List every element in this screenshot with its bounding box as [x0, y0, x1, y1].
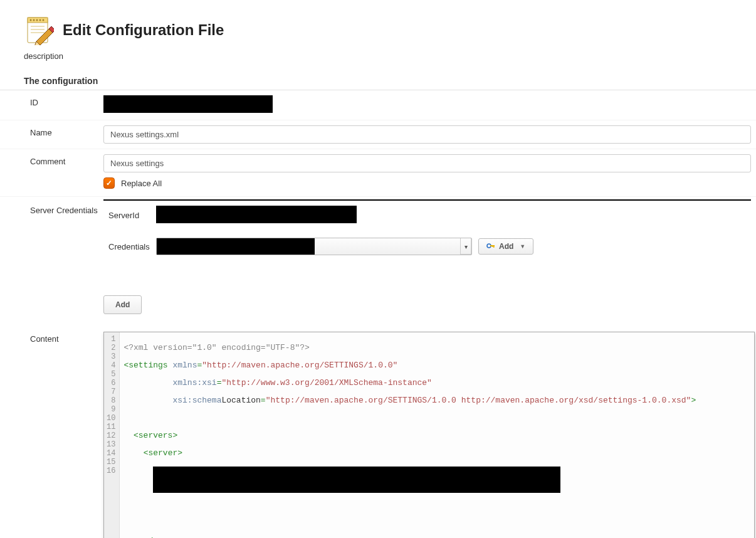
serverid-value-redacted[interactable]	[156, 206, 357, 223]
row-comment: Comment ✓ Replace All	[0, 149, 756, 197]
page-title: Edit Configuration File	[63, 21, 224, 39]
edit-file-icon	[24, 15, 54, 45]
comment-input[interactable]	[103, 154, 751, 172]
label-id: ID	[0, 93, 103, 107]
add-credential-label: Add	[499, 242, 513, 251]
replace-all-label: Replace All	[121, 179, 162, 188]
svg-rect-16	[492, 245, 493, 247]
add-credential-button[interactable]: Add ▼	[478, 238, 533, 255]
page-header: Edit Configuration File	[0, 0, 756, 51]
key-icon	[486, 242, 495, 251]
add-server-label: Add	[115, 300, 130, 309]
label-content: Content	[0, 329, 103, 344]
svg-point-2	[30, 19, 32, 21]
label-name: Name	[0, 123, 103, 137]
row-name: Name	[0, 120, 756, 149]
svg-point-6	[43, 19, 45, 21]
line-gutter: 12345678910111213141516	[104, 332, 120, 538]
svg-point-5	[39, 19, 41, 21]
label-serverid: ServerId	[103, 211, 156, 220]
chevron-down-icon: ▼	[520, 243, 525, 250]
name-input[interactable]	[103, 125, 751, 144]
row-server-credentials: Server Credentials ServerId Credentials	[0, 197, 756, 324]
label-comment: Comment	[0, 152, 103, 166]
add-server-button[interactable]: Add	[103, 295, 142, 314]
svg-point-3	[33, 19, 35, 21]
replace-all-checkbox[interactable]: ✓	[103, 177, 115, 189]
credentials-select[interactable]: ▾	[156, 238, 472, 255]
description-label: description	[0, 51, 756, 72]
id-value-redacted	[103, 95, 273, 113]
label-server-credentials: Server Credentials	[0, 199, 103, 215]
row-id: ID	[0, 90, 756, 120]
row-content: Content 12345678910111213141516 <?xml ve…	[0, 324, 756, 538]
label-credentials: Credentials	[103, 242, 156, 251]
svg-rect-15	[493, 245, 495, 248]
content-code-editor[interactable]: 12345678910111213141516 <?xml version="1…	[103, 332, 755, 538]
section-title: The configuration	[0, 72, 756, 90]
svg-point-4	[36, 19, 38, 21]
code-content[interactable]: <?xml version="1.0" encoding="UTF-8"?> <…	[120, 332, 700, 538]
chevron-down-icon: ▾	[460, 238, 471, 255]
